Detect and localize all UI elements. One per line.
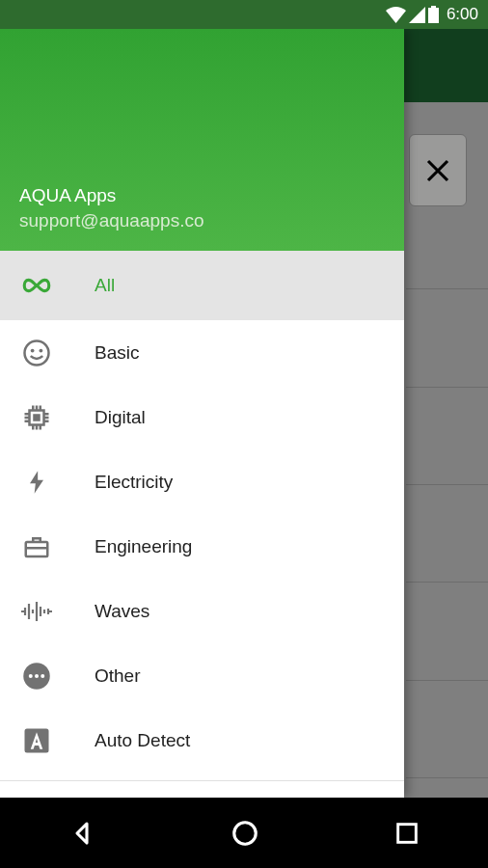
drawer-item-all[interactable]: All [0,251,404,320]
drawer-item-label: Engineering [95,536,192,557]
recent-apps-button[interactable] [393,820,420,847]
drawer-header: AQUA Apps support@aquaapps.co [0,29,404,251]
drawer-item-label: Electricity [95,472,173,493]
bolt-icon [19,465,54,500]
infinity-icon [19,268,54,303]
bg-divider [406,288,488,289]
bg-divider [406,387,488,388]
svg-point-9 [41,674,44,678]
wifi-icon [386,7,406,23]
drawer-item-engineering[interactable]: Engineering [0,514,404,579]
home-button[interactable] [230,819,259,848]
svg-point-7 [29,674,33,678]
navigation-drawer: AQUA Apps support@aquaapps.co All Basic … [0,29,404,798]
drawer-item-label: Basic [95,342,139,364]
drawer-item-basic[interactable]: Basic [0,320,404,385]
drawer-divider [0,780,404,781]
battery-icon [428,6,439,23]
drawer-item-label: All [95,275,115,296]
close-button[interactable] [409,134,467,206]
signal-icon [409,7,425,23]
svg-point-11 [234,822,257,844]
svg-rect-12 [398,824,417,842]
system-nav-bar [0,798,488,868]
drawer-item-auto-detect[interactable]: Auto Detect [0,708,404,773]
auto-a-icon [19,723,54,758]
drawer-subtitle: support@aquaapps.co [19,210,385,231]
svg-rect-4 [33,414,41,421]
ellipsis-icon [19,659,54,693]
svg-point-2 [40,348,43,352]
bg-divider [406,680,488,681]
drawer-item-other[interactable]: Other [0,643,404,708]
back-button[interactable] [68,819,96,848]
status-icons: 6:00 [386,5,478,24]
svg-point-8 [35,674,39,678]
drawer-item-digital[interactable]: Digital [0,385,404,449]
chip-icon [19,400,54,435]
drawer-item-label: Other [95,665,141,687]
svg-point-1 [31,348,35,352]
close-icon [423,156,452,185]
bg-divider [406,484,488,485]
drawer-item-label: Digital [95,407,146,428]
drawer-list: All Basic Digital Electricity [0,251,404,798]
status-bar: 6:00 [0,0,488,29]
status-time: 6:00 [447,5,478,24]
smiley-icon [19,336,54,370]
waves-icon [19,594,54,629]
briefcase-icon [19,529,54,564]
svg-point-0 [25,340,49,365]
bg-divider [406,777,488,778]
drawer-title: AQUA Apps [19,185,385,206]
drawer-item-electricity[interactable]: Electricity [0,449,404,514]
bg-divider [406,582,488,583]
drawer-item-waves[interactable]: Waves [0,579,404,643]
drawer-item-label: Auto Detect [95,730,190,751]
drawer-item-label: Waves [95,601,149,622]
